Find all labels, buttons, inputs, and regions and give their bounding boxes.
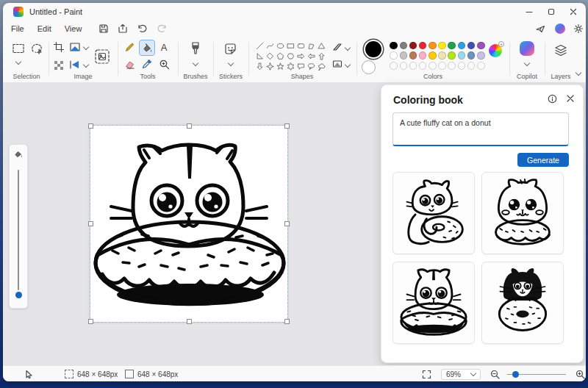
brush-icon[interactable]: [189, 41, 202, 56]
shape-outline-chevron[interactable]: [345, 45, 351, 51]
copilot-icon[interactable]: [520, 41, 534, 56]
collapse-ribbon-chevron[interactable]: [576, 70, 581, 76]
shape-star-6-icon[interactable]: [285, 61, 295, 71]
resize-dropdown-chevron[interactable]: [83, 44, 89, 50]
crop-icon[interactable]: [53, 41, 65, 53]
color-swatch[interactable]: [409, 42, 417, 50]
empty-color-slot[interactable]: [467, 62, 476, 70]
menu-file[interactable]: File: [6, 23, 29, 35]
text-tool[interactable]: A: [157, 40, 171, 54]
thumbnail-fluffy-cat-on-donut[interactable]: [481, 172, 564, 254]
shape-rounded-rectangle-icon[interactable]: [295, 40, 306, 51]
color-swatch[interactable]: [438, 51, 446, 60]
menu-edit[interactable]: Edit: [32, 23, 57, 35]
thumbnail-cat-in-sprinkle-donut[interactable]: [392, 262, 475, 344]
empty-color-slot[interactable]: [477, 62, 485, 70]
send-feedback-icon[interactable]: [535, 24, 546, 34]
color-swatch[interactable]: [458, 51, 466, 60]
shape-callout-oval-icon[interactable]: [306, 61, 316, 71]
zoom-out-button[interactable]: [490, 366, 500, 381]
shape-hexagon-icon[interactable]: [285, 51, 295, 61]
shape-arrow-up-icon[interactable]: [316, 51, 326, 61]
empty-color-slot[interactable]: [400, 62, 408, 70]
color-swatch[interactable]: [477, 42, 485, 50]
shape-arrow-down-icon[interactable]: [254, 61, 265, 71]
shape-star-4-icon[interactable]: [265, 61, 275, 71]
selection-handle[interactable]: [88, 123, 93, 129]
shape-pentagon-icon[interactable]: [275, 51, 285, 61]
shape-triangle-icon[interactable]: [316, 40, 326, 51]
shape-arrow-right-icon[interactable]: [295, 51, 306, 61]
copilot-menubar-icon[interactable]: [555, 24, 565, 34]
color-swatch[interactable]: [409, 51, 417, 60]
rectangle-select-icon[interactable]: [12, 43, 25, 54]
info-icon[interactable]: [548, 94, 557, 104]
stickers-dropdown-chevron[interactable]: [228, 60, 234, 66]
zoom-level-dropdown[interactable]: 69%: [441, 369, 481, 380]
pencil-tool[interactable]: [122, 40, 137, 54]
prompt-input[interactable]: A cute fluffy cat on a donut: [392, 112, 569, 146]
magnifier-tool[interactable]: [157, 57, 171, 71]
menu-view[interactable]: View: [60, 23, 87, 35]
remove-background-icon[interactable]: [53, 59, 65, 71]
shape-callout-rounded-icon[interactable]: [295, 61, 306, 71]
color-swatch[interactable]: [438, 42, 446, 50]
background-removal-icon[interactable]: [94, 48, 110, 65]
thumbnail-tuxedo-cat-behind-donut[interactable]: [481, 262, 564, 344]
shape-curve-icon[interactable]: [265, 40, 275, 51]
empty-color-slot[interactable]: [409, 62, 417, 70]
empty-color-slot[interactable]: [448, 62, 456, 70]
selection-handle[interactable]: [284, 319, 290, 324]
flip-rotate-icon[interactable]: [69, 59, 81, 71]
selection-handle[interactable]: [88, 221, 93, 226]
empty-color-slot[interactable]: [429, 62, 437, 70]
minimize-button[interactable]: [518, 3, 540, 21]
selection-handle[interactable]: [284, 123, 290, 129]
flip-dropdown-chevron[interactable]: [83, 62, 89, 68]
fit-to-screen-button[interactable]: [422, 366, 431, 381]
shape-arrow-left-icon[interactable]: [306, 51, 316, 61]
maximize-button[interactable]: [540, 3, 562, 21]
color-swatch[interactable]: [429, 51, 437, 60]
color-swatch[interactable]: [390, 42, 398, 50]
shape-line-icon[interactable]: [254, 40, 265, 51]
shape-polygon-icon[interactable]: [306, 40, 316, 51]
color-swatch[interactable]: [400, 42, 408, 50]
color-swatch[interactable]: [448, 42, 456, 50]
layers-icon[interactable]: [553, 43, 568, 58]
resize-icon[interactable]: [69, 41, 81, 53]
empty-color-slot[interactable]: [390, 62, 398, 70]
empty-color-slot[interactable]: [458, 62, 466, 70]
close-button[interactable]: [562, 3, 584, 21]
shape-oval-icon[interactable]: [275, 40, 285, 51]
empty-color-slot[interactable]: [419, 62, 427, 70]
size-slider-thumb[interactable]: [15, 292, 22, 298]
color-swatch[interactable]: [448, 51, 456, 60]
color-swatch[interactable]: [467, 42, 476, 50]
undo-icon[interactable]: [137, 24, 148, 34]
brushes-dropdown-chevron[interactable]: [193, 60, 198, 66]
shape-fill-icon[interactable]: [332, 60, 343, 68]
shape-outline-icon[interactable]: [332, 43, 343, 51]
shape-fill-chevron[interactable]: [345, 62, 351, 68]
color-swatch[interactable]: [458, 42, 466, 50]
size-slider-track[interactable]: [18, 170, 19, 290]
shape-cloud-callout-icon[interactable]: [316, 61, 326, 71]
selection-handle[interactable]: [187, 319, 192, 324]
empty-color-slot[interactable]: [438, 62, 446, 70]
copilot-dropdown-chevron[interactable]: [524, 60, 530, 66]
selection-handle[interactable]: [284, 221, 290, 226]
shape-rectangle-icon[interactable]: [285, 40, 295, 51]
sticker-icon[interactable]: [223, 42, 237, 56]
thumbnail-cat-hugging-donut[interactable]: [392, 172, 475, 254]
color-swatch[interactable]: [467, 51, 476, 60]
color-swatch[interactable]: [477, 51, 485, 60]
color-swatch[interactable]: [429, 42, 437, 50]
share-icon[interactable]: [118, 24, 128, 34]
selection-handle[interactable]: [187, 123, 192, 129]
shape-right-triangle-icon[interactable]: [254, 51, 265, 61]
selection-handle[interactable]: [88, 319, 93, 324]
color-picker-tool[interactable]: [139, 57, 154, 71]
canvas[interactable]: [90, 126, 287, 322]
eraser-tool[interactable]: [122, 57, 137, 71]
